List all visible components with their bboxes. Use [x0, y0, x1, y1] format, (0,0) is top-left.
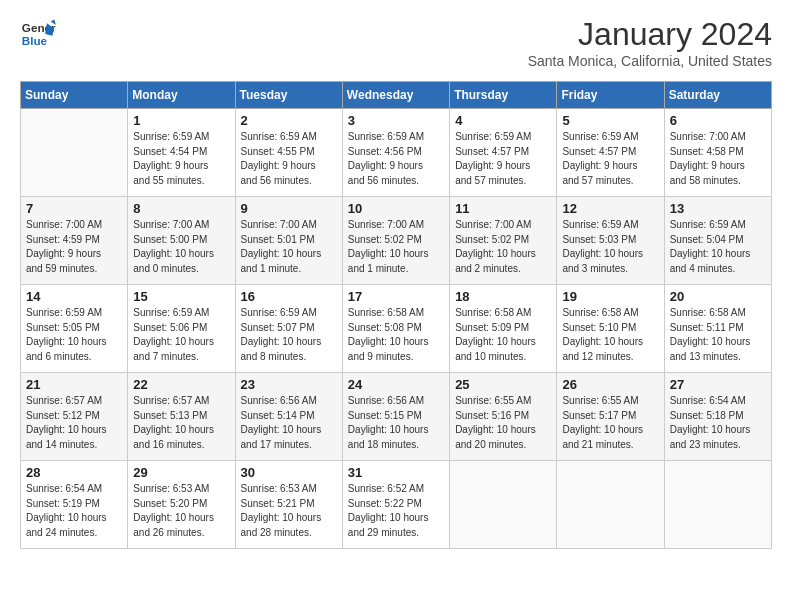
- weekday-header-saturday: Saturday: [664, 82, 771, 109]
- week-row-2: 7Sunrise: 7:00 AM Sunset: 4:59 PM Daylig…: [21, 197, 772, 285]
- day-info: Sunrise: 6:52 AM Sunset: 5:22 PM Dayligh…: [348, 482, 444, 540]
- day-info: Sunrise: 6:57 AM Sunset: 5:13 PM Dayligh…: [133, 394, 229, 452]
- calendar-cell: 4Sunrise: 6:59 AM Sunset: 4:57 PM Daylig…: [450, 109, 557, 197]
- day-number: 13: [670, 201, 766, 216]
- day-number: 7: [26, 201, 122, 216]
- calendar-cell: [557, 461, 664, 549]
- day-info: Sunrise: 6:56 AM Sunset: 5:14 PM Dayligh…: [241, 394, 337, 452]
- day-info: Sunrise: 6:59 AM Sunset: 5:03 PM Dayligh…: [562, 218, 658, 276]
- day-number: 10: [348, 201, 444, 216]
- calendar-cell: 20Sunrise: 6:58 AM Sunset: 5:11 PM Dayli…: [664, 285, 771, 373]
- day-info: Sunrise: 6:59 AM Sunset: 4:54 PM Dayligh…: [133, 130, 229, 188]
- calendar-cell: 29Sunrise: 6:53 AM Sunset: 5:20 PM Dayli…: [128, 461, 235, 549]
- day-number: 19: [562, 289, 658, 304]
- day-number: 9: [241, 201, 337, 216]
- day-number: 21: [26, 377, 122, 392]
- calendar-cell: 1Sunrise: 6:59 AM Sunset: 4:54 PM Daylig…: [128, 109, 235, 197]
- month-title: January 2024: [528, 16, 772, 53]
- calendar-cell: 31Sunrise: 6:52 AM Sunset: 5:22 PM Dayli…: [342, 461, 449, 549]
- calendar-cell: 23Sunrise: 6:56 AM Sunset: 5:14 PM Dayli…: [235, 373, 342, 461]
- calendar-cell: 11Sunrise: 7:00 AM Sunset: 5:02 PM Dayli…: [450, 197, 557, 285]
- day-number: 18: [455, 289, 551, 304]
- day-info: Sunrise: 6:55 AM Sunset: 5:17 PM Dayligh…: [562, 394, 658, 452]
- day-info: Sunrise: 6:54 AM Sunset: 5:19 PM Dayligh…: [26, 482, 122, 540]
- calendar-cell: 14Sunrise: 6:59 AM Sunset: 5:05 PM Dayli…: [21, 285, 128, 373]
- day-number: 23: [241, 377, 337, 392]
- day-number: 11: [455, 201, 551, 216]
- calendar-cell: 8Sunrise: 7:00 AM Sunset: 5:00 PM Daylig…: [128, 197, 235, 285]
- day-info: Sunrise: 6:58 AM Sunset: 5:09 PM Dayligh…: [455, 306, 551, 364]
- calendar-cell: 22Sunrise: 6:57 AM Sunset: 5:13 PM Dayli…: [128, 373, 235, 461]
- weekday-header-thursday: Thursday: [450, 82, 557, 109]
- day-number: 14: [26, 289, 122, 304]
- day-info: Sunrise: 6:58 AM Sunset: 5:11 PM Dayligh…: [670, 306, 766, 364]
- calendar-cell: 16Sunrise: 6:59 AM Sunset: 5:07 PM Dayli…: [235, 285, 342, 373]
- day-number: 5: [562, 113, 658, 128]
- calendar-cell: 9Sunrise: 7:00 AM Sunset: 5:01 PM Daylig…: [235, 197, 342, 285]
- day-info: Sunrise: 7:00 AM Sunset: 5:01 PM Dayligh…: [241, 218, 337, 276]
- week-row-4: 21Sunrise: 6:57 AM Sunset: 5:12 PM Dayli…: [21, 373, 772, 461]
- day-number: 8: [133, 201, 229, 216]
- day-number: 30: [241, 465, 337, 480]
- week-row-1: 1Sunrise: 6:59 AM Sunset: 4:54 PM Daylig…: [21, 109, 772, 197]
- day-info: Sunrise: 7:00 AM Sunset: 5:00 PM Dayligh…: [133, 218, 229, 276]
- day-info: Sunrise: 6:59 AM Sunset: 4:57 PM Dayligh…: [455, 130, 551, 188]
- svg-text:Blue: Blue: [22, 34, 48, 47]
- day-info: Sunrise: 7:00 AM Sunset: 4:59 PM Dayligh…: [26, 218, 122, 276]
- day-info: Sunrise: 7:00 AM Sunset: 5:02 PM Dayligh…: [348, 218, 444, 276]
- day-info: Sunrise: 6:59 AM Sunset: 4:55 PM Dayligh…: [241, 130, 337, 188]
- weekday-header-row: SundayMondayTuesdayWednesdayThursdayFrid…: [21, 82, 772, 109]
- logo-icon: General Blue: [20, 16, 56, 52]
- calendar-cell: 7Sunrise: 7:00 AM Sunset: 4:59 PM Daylig…: [21, 197, 128, 285]
- day-number: 22: [133, 377, 229, 392]
- calendar-cell: 28Sunrise: 6:54 AM Sunset: 5:19 PM Dayli…: [21, 461, 128, 549]
- day-info: Sunrise: 6:55 AM Sunset: 5:16 PM Dayligh…: [455, 394, 551, 452]
- calendar-cell: 3Sunrise: 6:59 AM Sunset: 4:56 PM Daylig…: [342, 109, 449, 197]
- page-header: General Blue January 2024 Santa Monica, …: [20, 16, 772, 69]
- day-info: Sunrise: 6:54 AM Sunset: 5:18 PM Dayligh…: [670, 394, 766, 452]
- week-row-3: 14Sunrise: 6:59 AM Sunset: 5:05 PM Dayli…: [21, 285, 772, 373]
- day-number: 29: [133, 465, 229, 480]
- calendar-cell: 6Sunrise: 7:00 AM Sunset: 4:58 PM Daylig…: [664, 109, 771, 197]
- logo: General Blue: [20, 16, 56, 52]
- calendar-cell: 21Sunrise: 6:57 AM Sunset: 5:12 PM Dayli…: [21, 373, 128, 461]
- day-number: 27: [670, 377, 766, 392]
- day-info: Sunrise: 6:58 AM Sunset: 5:10 PM Dayligh…: [562, 306, 658, 364]
- day-number: 16: [241, 289, 337, 304]
- location-text: Santa Monica, California, United States: [528, 53, 772, 69]
- day-info: Sunrise: 6:53 AM Sunset: 5:21 PM Dayligh…: [241, 482, 337, 540]
- weekday-header-friday: Friday: [557, 82, 664, 109]
- day-number: 6: [670, 113, 766, 128]
- day-number: 2: [241, 113, 337, 128]
- day-number: 4: [455, 113, 551, 128]
- day-number: 15: [133, 289, 229, 304]
- day-info: Sunrise: 6:59 AM Sunset: 5:07 PM Dayligh…: [241, 306, 337, 364]
- calendar-cell: 10Sunrise: 7:00 AM Sunset: 5:02 PM Dayli…: [342, 197, 449, 285]
- calendar-cell: 2Sunrise: 6:59 AM Sunset: 4:55 PM Daylig…: [235, 109, 342, 197]
- calendar-cell: 25Sunrise: 6:55 AM Sunset: 5:16 PM Dayli…: [450, 373, 557, 461]
- day-info: Sunrise: 6:56 AM Sunset: 5:15 PM Dayligh…: [348, 394, 444, 452]
- day-number: 28: [26, 465, 122, 480]
- day-number: 24: [348, 377, 444, 392]
- day-number: 26: [562, 377, 658, 392]
- day-info: Sunrise: 6:57 AM Sunset: 5:12 PM Dayligh…: [26, 394, 122, 452]
- day-info: Sunrise: 6:59 AM Sunset: 5:04 PM Dayligh…: [670, 218, 766, 276]
- weekday-header-sunday: Sunday: [21, 82, 128, 109]
- calendar-cell: 13Sunrise: 6:59 AM Sunset: 5:04 PM Dayli…: [664, 197, 771, 285]
- calendar-cell: [21, 109, 128, 197]
- day-info: Sunrise: 6:58 AM Sunset: 5:08 PM Dayligh…: [348, 306, 444, 364]
- day-info: Sunrise: 6:59 AM Sunset: 4:56 PM Dayligh…: [348, 130, 444, 188]
- calendar-cell: 5Sunrise: 6:59 AM Sunset: 4:57 PM Daylig…: [557, 109, 664, 197]
- calendar-cell: [450, 461, 557, 549]
- week-row-5: 28Sunrise: 6:54 AM Sunset: 5:19 PM Dayli…: [21, 461, 772, 549]
- day-info: Sunrise: 6:53 AM Sunset: 5:20 PM Dayligh…: [133, 482, 229, 540]
- calendar-cell: 19Sunrise: 6:58 AM Sunset: 5:10 PM Dayli…: [557, 285, 664, 373]
- weekday-header-monday: Monday: [128, 82, 235, 109]
- calendar-cell: 30Sunrise: 6:53 AM Sunset: 5:21 PM Dayli…: [235, 461, 342, 549]
- day-number: 20: [670, 289, 766, 304]
- calendar-cell: 27Sunrise: 6:54 AM Sunset: 5:18 PM Dayli…: [664, 373, 771, 461]
- calendar-cell: 26Sunrise: 6:55 AM Sunset: 5:17 PM Dayli…: [557, 373, 664, 461]
- calendar-cell: 18Sunrise: 6:58 AM Sunset: 5:09 PM Dayli…: [450, 285, 557, 373]
- day-number: 17: [348, 289, 444, 304]
- day-number: 25: [455, 377, 551, 392]
